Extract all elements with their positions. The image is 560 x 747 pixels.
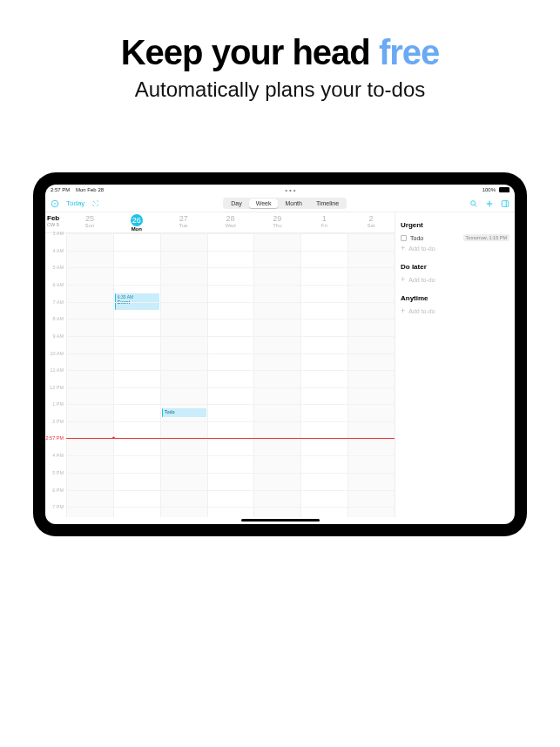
add-todo-button[interactable]: + Add to-do	[401, 306, 509, 322]
headline-accent: free	[379, 33, 439, 71]
calendar-body[interactable]: 3 AM4 AM5 AM6 AM7 AM8 AM9 AM10 AM11 AM12…	[45, 233, 395, 517]
day-column[interactable]: 6:30 AMEvent	[113, 233, 160, 517]
statusbar-time: 2:57 PM	[51, 187, 70, 192]
day-number: 29	[253, 214, 300, 223]
event-title: Todo	[165, 409, 205, 414]
day-of-week: Thu	[253, 223, 300, 228]
hour-label: 5 AM	[52, 265, 64, 270]
calendar-settings-icon[interactable]	[51, 199, 59, 208]
view-tab-timeline[interactable]: Timeline	[309, 199, 346, 208]
hour-gridline	[66, 353, 395, 354]
add-icon[interactable]	[485, 199, 494, 208]
hour-label: 8 AM	[52, 316, 64, 321]
hour-label: 7 PM	[52, 504, 64, 509]
calendar-week-label: CW 9	[47, 222, 64, 227]
plus-icon: +	[401, 245, 405, 252]
marketing-headline: Keep your head free	[0, 33, 560, 72]
status-bar: 2:57 PM Mon Feb 28 ••• 100%	[45, 185, 515, 195]
month-label: Feb	[47, 214, 64, 222]
hour-label: 4 AM	[52, 248, 64, 253]
view-segmented-control[interactable]: DayWeekMonthTimeline	[223, 198, 347, 209]
battery-percent: 100%	[482, 187, 496, 192]
day-of-week: Sat	[347, 223, 395, 228]
plus-icon: +	[401, 276, 405, 284]
hour-gridline	[66, 421, 395, 422]
statusbar-left: 2:57 PM Mon Feb 28	[51, 187, 104, 192]
day-column[interactable]	[66, 233, 113, 517]
hour-gridline	[66, 319, 395, 320]
day-header[interactable]: 1 Fri	[300, 212, 347, 232]
day-header[interactable]: 26 Mon	[113, 212, 160, 232]
calendar-view[interactable]: Feb CW 9 25 Sun26 Mon27 Tue28 Wed29 Thu1…	[45, 212, 395, 517]
marketing-header: Keep your head free Automatically plans …	[0, 0, 560, 102]
tablet-screen: 2:57 PM Mon Feb 28 ••• 100% Today	[45, 185, 515, 524]
search-icon[interactable]	[469, 199, 478, 208]
todo-section-title: Urgent	[401, 221, 509, 229]
day-of-week: Wed	[207, 223, 254, 228]
panel-toggle-icon[interactable]	[501, 199, 509, 208]
day-of-week: Tue	[160, 223, 207, 228]
day-header[interactable]: 25 Sun	[66, 212, 113, 232]
day-column[interactable]	[253, 233, 300, 517]
hour-gridline	[66, 233, 395, 234]
day-number: 2	[347, 214, 395, 223]
svg-rect-3	[502, 200, 509, 206]
home-indicator[interactable]	[241, 519, 320, 522]
hour-gridline	[66, 267, 395, 268]
day-column[interactable]	[207, 233, 254, 517]
todo-sidebar: Urgent Todo Tomorrow, 1:15 PM+ Add to-do…	[395, 212, 515, 517]
add-todo-label: Add to-do	[408, 246, 435, 252]
day-of-week: Sun	[66, 223, 113, 228]
day-column[interactable]	[347, 233, 395, 517]
add-todo-button[interactable]: + Add to-do	[401, 274, 509, 291]
sparkle-icon[interactable]	[91, 199, 100, 208]
day-header[interactable]: 2 Sat	[347, 212, 395, 232]
hour-gridline	[66, 336, 395, 337]
hour-label: 5 PM	[52, 470, 64, 475]
multitask-handle[interactable]: •••	[285, 186, 297, 194]
statusbar-right: 100%	[479, 187, 509, 192]
day-number: 25	[66, 214, 113, 223]
day-header[interactable]: 29 Thu	[253, 212, 300, 232]
calendar-grid[interactable]: 6:30 AMEventTodo	[66, 233, 395, 517]
hour-label: 4 PM	[52, 453, 64, 458]
hour-gridline	[66, 404, 395, 405]
todo-checkbox[interactable]	[401, 235, 407, 241]
hour-gridline	[66, 490, 395, 491]
day-number: 27	[160, 214, 207, 223]
today-button[interactable]: Today	[66, 199, 84, 207]
view-tab-week[interactable]: Week	[249, 199, 279, 208]
tablet-frame: 2:57 PM Mon Feb 28 ••• 100% Today	[33, 172, 527, 536]
todo-item[interactable]: Todo Tomorrow, 1:15 PM	[401, 232, 509, 243]
day-number: 28	[207, 214, 254, 223]
day-of-week: Fri	[300, 223, 347, 228]
hour-gridline	[66, 285, 395, 286]
hour-label: 12 PM	[50, 385, 64, 390]
add-todo-button[interactable]: + Add to-do	[401, 243, 509, 259]
hour-gridline	[66, 370, 395, 371]
day-number: 26	[131, 214, 143, 226]
hour-gridline	[66, 473, 395, 474]
plus-icon: +	[401, 307, 405, 315]
todo-label: Todo	[410, 235, 423, 241]
day-column[interactable]	[300, 233, 347, 517]
calendar-event[interactable]: Todo	[162, 408, 206, 417]
hour-label: 11 AM	[50, 367, 64, 373]
hour-gridline	[66, 455, 395, 456]
hour-label: 7 AM	[52, 299, 64, 305]
day-column[interactable]: Todo	[160, 233, 207, 517]
day-header[interactable]: 27 Tue	[160, 212, 207, 232]
view-tab-month[interactable]: Month	[278, 199, 308, 208]
hour-label: 6 AM	[52, 282, 64, 287]
hour-gridline	[66, 387, 395, 388]
todo-section-title: Do later	[401, 263, 509, 271]
calendar-header-row: Feb CW 9 25 Sun26 Mon27 Tue28 Wed29 Thu1…	[45, 212, 395, 233]
hour-label: 2 PM	[52, 419, 64, 424]
hour-gridline	[66, 251, 395, 252]
hour-label: 6 PM	[52, 488, 64, 493]
view-tab-day[interactable]: Day	[224, 199, 248, 208]
todo-section-title: Anytime	[401, 294, 509, 302]
day-header[interactable]: 28 Wed	[207, 212, 254, 232]
day-number: 1	[300, 214, 347, 223]
add-todo-label: Add to-do	[408, 277, 435, 283]
